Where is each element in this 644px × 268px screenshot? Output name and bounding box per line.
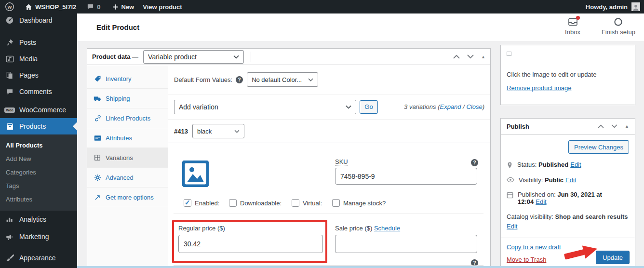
- edit-status-link[interactable]: Edit: [570, 161, 581, 168]
- megaphone-icon: [5, 233, 14, 241]
- page-title: Edit Product: [96, 13, 139, 41]
- new-menu[interactable]: New: [112, 3, 134, 11]
- tab-variations[interactable]: Variations: [87, 148, 168, 168]
- comments-menu[interactable]: 0: [87, 3, 100, 11]
- virtual-checkbox[interactable]: Virtual:: [292, 199, 322, 207]
- downloadable-checkbox[interactable]: Downloadable:: [229, 199, 282, 207]
- preview-changes-button[interactable]: Preview Changes: [568, 140, 629, 154]
- product-data-panel: Product data — Variable product ▲ Invent…: [87, 48, 491, 268]
- go-button[interactable]: Go: [360, 100, 378, 114]
- sidebar-item-products[interactable]: Products: [0, 118, 77, 134]
- sidebar-item-add-new[interactable]: Add New: [0, 152, 77, 165]
- sale-price-input[interactable]: [335, 235, 477, 253]
- move-down-icon[interactable]: [611, 124, 617, 128]
- variations-summary: 3 variations (Expand / Close): [404, 103, 484, 110]
- variation-attribute-select[interactable]: black: [192, 124, 244, 138]
- bar-chart-icon: [5, 215, 14, 223]
- sidebar-item-media[interactable]: Media: [0, 51, 77, 67]
- edit-visibility-link[interactable]: Edit: [565, 176, 576, 184]
- checkbox-checked[interactable]: [184, 199, 191, 207]
- move-to-trash-link[interactable]: Move to Trash: [507, 256, 546, 263]
- gear-icon: [94, 174, 101, 181]
- pin-icon: [5, 39, 14, 47]
- sidebar-item-comments[interactable]: Comments: [0, 83, 77, 100]
- media-icon: [5, 55, 14, 63]
- sidebar-item-attributes[interactable]: Attributes: [0, 192, 77, 206]
- sidebar-item-tags[interactable]: Tags: [0, 179, 77, 192]
- expand-link[interactable]: Expand: [440, 103, 461, 110]
- main-content: Edit Product Inbox Finish setup Product …: [77, 13, 644, 268]
- svg-text:W: W: [8, 4, 12, 10]
- progress-circle-icon: [613, 17, 623, 27]
- sidebar-item-woocommerce[interactable]: Woo WooCommerce: [0, 102, 77, 118]
- tab-shipping[interactable]: Shipping: [87, 89, 168, 108]
- checkbox-unchecked[interactable]: [332, 199, 340, 207]
- default-form-values-label: Default Form Values:: [174, 76, 232, 83]
- move-down-icon[interactable]: [467, 54, 474, 59]
- brush-icon: [5, 254, 14, 262]
- inbox-button[interactable]: Inbox: [565, 17, 580, 36]
- view-product-link[interactable]: View product: [143, 3, 182, 11]
- collapse-toggle-icon[interactable]: ▲: [625, 124, 629, 129]
- tab-linked-products[interactable]: Linked Products: [87, 108, 168, 128]
- manage-stock-checkbox[interactable]: Manage stock?: [332, 199, 386, 207]
- tab-get-more-options[interactable]: Get more options: [87, 188, 168, 207]
- finish-setup-button[interactable]: Finish setup: [602, 17, 635, 36]
- checkbox-unchecked[interactable]: [292, 199, 299, 207]
- sidebar-item-appearance[interactable]: Appearance: [0, 249, 77, 267]
- sidebar-item-all-products[interactable]: All Products: [0, 138, 77, 152]
- sidebar-item-posts[interactable]: Posts: [0, 34, 77, 51]
- help-icon[interactable]: ?: [236, 76, 243, 83]
- new-label: New: [121, 3, 134, 11]
- catalog-visibility-label: Catalog visibility:: [507, 213, 553, 220]
- remove-product-image-link[interactable]: Remove product image: [507, 84, 571, 92]
- schedule-link[interactable]: Schedule: [374, 225, 400, 232]
- edit-published-link[interactable]: Edit: [536, 198, 546, 205]
- checkbox-unchecked[interactable]: [229, 199, 237, 207]
- help-icon[interactable]: ?: [471, 159, 478, 166]
- featured-image-box: Click the image to edit or update Remove…: [500, 45, 635, 105]
- enabled-checkbox[interactable]: Enabled:: [184, 199, 219, 207]
- tab-attributes[interactable]: Attributes: [87, 128, 168, 148]
- publish-title: Publish: [507, 123, 529, 130]
- howdy-label[interactable]: Howdy, admin: [586, 3, 628, 11]
- avatar[interactable]: [631, 2, 640, 11]
- close-link[interactable]: Close: [466, 103, 482, 110]
- update-button[interactable]: Update: [596, 251, 630, 264]
- move-up-icon[interactable]: [453, 54, 460, 59]
- variation-image-placeholder-icon[interactable]: [182, 161, 209, 187]
- product-data-title: Product data —: [92, 53, 138, 60]
- edit-catalog-link[interactable]: Edit: [507, 223, 517, 230]
- copy-to-new-draft-link[interactable]: Copy to a new draft: [507, 243, 561, 251]
- window-edge: [77, 266, 644, 268]
- admin-bar: W WSHOP_5l7l2 0 New View product Howdy, …: [0, 0, 644, 13]
- arrow-up-right-icon: [94, 194, 101, 201]
- publish-panel: Publish ▲ Preview Changes Status: Publis…: [500, 118, 635, 268]
- tab-inventory[interactable]: Inventory: [87, 69, 168, 89]
- product-data-header: Product data — Variable product ▲: [87, 49, 490, 65]
- move-up-icon[interactable]: [598, 124, 604, 128]
- catalog-visibility-value: Shop and search results: [555, 213, 628, 220]
- default-color-select[interactable]: No default Color...: [247, 72, 318, 87]
- link-icon: [94, 115, 101, 122]
- collapse-toggle-icon[interactable]: ▲: [481, 54, 485, 59]
- sidebar-item-analytics[interactable]: Analytics: [0, 211, 77, 228]
- sidebar-item-categories[interactable]: Categories: [0, 165, 77, 179]
- product-type-select[interactable]: Variable product: [143, 50, 244, 64]
- inbox-icon: [568, 17, 578, 27]
- sidebar-item-marketing[interactable]: Marketing: [0, 228, 77, 245]
- variation-actions-select[interactable]: Add variation: [174, 100, 356, 114]
- wordpress-logo-icon[interactable]: W: [5, 2, 14, 12]
- site-menu[interactable]: WSHOP_5l7l2: [25, 3, 76, 11]
- grid-icon: [94, 154, 101, 161]
- sidebar-item-pages[interactable]: Pages: [0, 67, 77, 83]
- sku-input[interactable]: [335, 168, 477, 185]
- regular-price-input[interactable]: [178, 235, 323, 253]
- variation-detail: SKU ? Enabled: Downloadable:: [168, 143, 490, 268]
- products-box-icon: [5, 122, 14, 131]
- comment-bubble-icon: [87, 3, 94, 10]
- tab-advanced[interactable]: Advanced: [87, 168, 168, 188]
- woocommerce-icon: Woo: [5, 107, 14, 113]
- comments-count: 0: [97, 3, 100, 11]
- sidebar-item-dashboard[interactable]: Dashboard: [0, 13, 77, 27]
